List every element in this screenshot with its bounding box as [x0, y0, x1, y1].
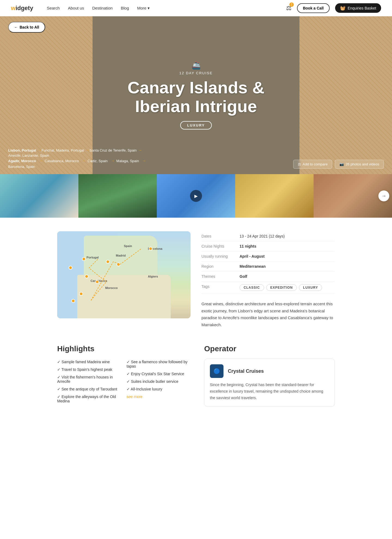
port-lisbon: Lisbon, Portugal [8, 148, 36, 152]
themes-value: Golf [240, 274, 335, 279]
cruise-nights-value: 11 nights [240, 244, 335, 248]
highlights-left: ✓ Sample famed Madeira wine ✓ Travel to … [57, 360, 118, 406]
nav-right: ⚖ 2 Book a Call 🧺 Enquiries Basket [286, 3, 381, 13]
highlight-7: ✓ Enjoy Crystal's Six Star Service [127, 372, 188, 376]
highlight-6: ✓ See a flamenco show followed by tapas [127, 360, 188, 368]
highlights-section: Highlights ✓ Sample famed Madeira wine ✓… [57, 344, 188, 407]
highlight-2: ✓ Travel to Spain's highest peak [57, 367, 118, 372]
strip-next-button[interactable]: → [378, 190, 389, 201]
operator-logo: 🔵 [210, 364, 223, 378]
usually-running-row: Usually running April - August [201, 251, 335, 261]
hero-actions: ⚖ Add to compare 📷 26 photos and videos [293, 160, 384, 169]
usually-running-label: Usually running [201, 254, 240, 258]
operator-name: Crystal Cruises [228, 368, 264, 374]
region-label: Region [201, 264, 240, 269]
photo-2[interactable] [78, 174, 157, 218]
cruise-ship-icon: 🚢 [127, 61, 264, 70]
operator-section: Operator 🔵 Crystal Cruises Since the beg… [204, 344, 335, 407]
region-row: Region Mediterranean [201, 261, 335, 272]
map-container: Spain Barcelona Madrid Portugal Morocco … [57, 231, 191, 318]
add-to-compare-button[interactable]: ⚖ Add to compare [293, 160, 332, 169]
compare-badge: 2 [289, 2, 294, 7]
photo-4[interactable] [235, 174, 314, 218]
highlights-columns: ✓ Sample famed Madeira wine ✓ Travel to … [57, 360, 188, 406]
operator-header: 🔵 Crystal Cruises [210, 364, 329, 378]
highlight-4: ✓ See the antique city of Taroudant [57, 387, 118, 391]
operator-card: 🔵 Crystal Cruises Since the beginning, C… [204, 359, 335, 407]
luxury-badge: LUXURY [180, 121, 212, 130]
tags-label: Tags [201, 284, 240, 289]
back-to-all-button[interactable]: ← Back to All [8, 22, 45, 33]
play-button-icon[interactable]: ▶ [190, 190, 202, 202]
back-arrow-icon: ← [14, 25, 18, 29]
cruise-description: Great wines, distinctive architecture an… [201, 300, 335, 328]
port-barcelona: Barcelona, Spain [8, 165, 35, 169]
enquiries-basket-button[interactable]: 🧺 Enquiries Basket [335, 3, 381, 13]
map-background: Spain Barcelona Madrid Portugal Morocco … [57, 231, 191, 318]
tags-row: Tags CLASSIC EXPEDITION LUXURY [201, 282, 335, 294]
info-table: Dates 13 - 24 Apr 2021 (12 days) Cruise … [201, 231, 335, 328]
port-cadiz: Cadiz, Spain [88, 159, 108, 163]
tag-list: CLASSIC EXPEDITION LUXURY [240, 284, 335, 291]
nav-about[interactable]: About us [68, 6, 84, 11]
themes-row: Themes Golf [201, 272, 335, 282]
info-grid: Spain Barcelona Madrid Portugal Morocco … [57, 231, 335, 328]
operator-title: Operator [204, 344, 335, 353]
port-malaga: Malaga, Spain [116, 159, 139, 163]
see-more-link[interactable]: see more [127, 395, 188, 399]
photo-strip: ▶ → [0, 174, 392, 218]
tag-expedition[interactable]: EXPEDITION [266, 284, 297, 291]
highlight-9: ✓ All-Inclusive luxury [127, 387, 188, 391]
port-casablanca: Casablanca, Morocco [45, 159, 79, 163]
port-arrecife: Arrecife, Lanzarote, Spain [8, 153, 49, 158]
crystal-cruises-logo-icon: 🔵 [213, 368, 220, 374]
region-value: Mediterranean [240, 264, 335, 269]
usually-running-value: April - August [240, 254, 335, 258]
port-agadir: Agadir, Morocco [8, 159, 36, 163]
nav-more[interactable]: More ▾ [137, 6, 150, 11]
tag-classic[interactable]: CLASSIC [240, 284, 264, 291]
hero-arch-right [299, 16, 392, 174]
logo[interactable]: widgety [11, 5, 33, 12]
dates-row: Dates 13 - 24 Apr 2021 (12 days) [201, 231, 335, 241]
highlights-title: Highlights [57, 344, 188, 353]
dates-label: Dates [201, 234, 240, 238]
nav-destination[interactable]: Destination [92, 6, 113, 11]
book-call-button[interactable]: Book a Call [297, 3, 330, 13]
hero-ports: Lisbon, Portugal → Funchal, Madeira, Por… [8, 148, 171, 169]
hero-content: 🚢 12 DAY CRUISE Canary Islands & Iberian… [127, 61, 264, 129]
nav-blog[interactable]: Blog [121, 6, 129, 11]
photo-3-video[interactable]: ▶ [157, 174, 235, 218]
navbar: widgety Search About us Destination Blog… [0, 0, 392, 16]
dates-value: 13 - 24 Apr 2021 (12 days) [240, 234, 335, 238]
operator-description: Since the beginning, Crystal has been th… [210, 382, 329, 401]
photos-videos-button[interactable]: 📷 26 photos and videos [335, 160, 384, 169]
hero-section: ← Back to All 🚢 12 DAY CRUISE Canary Isl… [0, 16, 392, 174]
cruise-nights-label: Cruise Nights [201, 244, 240, 248]
hero-title: Canary Islands & Iberian Intrigue [127, 78, 264, 115]
highlight-5: ✓ Explore the alleyways of the Old Medin… [57, 395, 118, 403]
camera-icon: 📷 [339, 162, 344, 166]
compare-btn-icon: ⚖ [298, 162, 301, 166]
themes-label: Themes [201, 274, 240, 279]
cruise-nights-row: Cruise Nights 11 nights [201, 241, 335, 251]
highlight-1: ✓ Sample famed Madeira wine [57, 360, 118, 364]
bottom-section: Highlights ✓ Sample famed Madeira wine ✓… [46, 344, 346, 407]
port-tenerife: Santa Cruz de Tenerife, Spain [90, 148, 137, 152]
highlight-8: ✓ Suites include butler service [127, 379, 188, 384]
basket-icon: 🧺 [340, 5, 345, 11]
nav-links: Search About us Destination Blog More ▾ [47, 6, 286, 11]
tag-luxury[interactable]: LUXURY [299, 284, 322, 291]
hero-subtitle: 12 DAY CRUISE [127, 71, 264, 75]
highlights-right: ✓ See a flamenco show followed by tapas … [127, 360, 188, 406]
nav-search[interactable]: Search [47, 6, 60, 11]
compare-icon[interactable]: ⚖ 2 [286, 5, 292, 12]
highlight-3: ✓ Visit the fishermen's houses in Arreci… [57, 375, 118, 384]
photo-1[interactable] [0, 174, 78, 218]
main-content: Spain Barcelona Madrid Portugal Morocco … [46, 231, 346, 328]
port-funchal: Funchal, Madeira, Portugal [42, 148, 84, 152]
